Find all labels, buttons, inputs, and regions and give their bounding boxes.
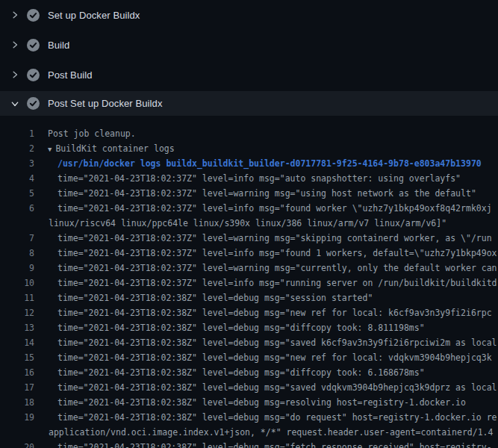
log-line-number[interactable]: 19	[0, 410, 34, 425]
log-line-number[interactable]: 16	[0, 365, 34, 380]
actions-log-viewer: Set up Docker Buildx Build Post Build	[0, 0, 498, 448]
log-text: linux/riscv64 linux/ppc64le linux/s390x …	[49, 216, 446, 231]
log-line: 2▼BuildKit container logs	[0, 141, 498, 156]
step-label: Set up Docker Buildx	[48, 10, 140, 21]
chevron-down-icon[interactable]	[10, 99, 19, 108]
log-text: time="2021-04-23T18:02:38Z" level=debug …	[57, 350, 492, 365]
log-line: 10time="2021-04-23T18:02:37Z" level=info…	[0, 276, 498, 290]
log-line-number[interactable]: 3	[0, 156, 34, 171]
log-line-number[interactable]: 10	[0, 276, 34, 290]
log-text: time="2021-04-23T18:02:38Z" level=debug …	[57, 440, 492, 448]
log-line: 6time="2021-04-23T18:02:37Z" level=info …	[0, 201, 498, 216]
log-line-number[interactable]: 12	[0, 305, 34, 320]
log-text: time="2021-04-23T18:02:38Z" level=debug …	[57, 305, 492, 320]
log-line: 15time="2021-04-23T18:02:38Z" level=debu…	[0, 350, 498, 365]
log-line: 14time="2021-04-23T18:02:38Z" level=debu…	[0, 335, 498, 350]
log-line: 8time="2021-04-23T18:02:37Z" level=info …	[0, 246, 498, 261]
log-line: 13time="2021-04-23T18:02:38Z" level=debu…	[0, 320, 498, 335]
log-line: 3/usr/bin/docker logs buildx_buildkit_bu…	[0, 156, 498, 171]
log-line-number[interactable]: 2	[0, 141, 34, 156]
log-line-number[interactable]: 4	[0, 171, 34, 186]
log-text: time="2021-04-23T18:02:37Z" level=info m…	[57, 171, 461, 186]
log-line-number[interactable]: 7	[0, 231, 34, 246]
chevron-right-icon[interactable]	[10, 40, 19, 49]
log-text: time="2021-04-23T18:02:37Z" level=warnin…	[57, 186, 476, 201]
step-row-post-setup-docker-buildx[interactable]: Post Set up Docker Buildx	[0, 91, 498, 116]
log-line-continuation: linux/riscv64 linux/ppc64le linux/s390x …	[0, 216, 498, 231]
log-line-number[interactable]: 8	[0, 246, 34, 261]
log-text: time="2021-04-23T18:02:38Z" level=debug …	[57, 335, 497, 350]
step-row-post-build[interactable]: Post Build	[0, 60, 498, 90]
log-text: time="2021-04-23T18:02:38Z" level=debug …	[57, 380, 497, 395]
log-command-text: /usr/bin/docker logs buildx_buildkit_bui…	[57, 156, 482, 171]
log-line: 20time="2021-04-23T18:02:38Z" level=debu…	[0, 440, 498, 448]
chevron-right-icon[interactable]	[10, 70, 19, 79]
log-line-number[interactable]: 15	[0, 350, 34, 365]
log-line: 11time="2021-04-23T18:02:38Z" level=debu…	[0, 290, 498, 305]
log-text: time="2021-04-23T18:02:37Z" level=info m…	[57, 276, 497, 290]
log-text: time="2021-04-23T18:02:37Z" level=info m…	[57, 201, 492, 216]
log-text: time="2021-04-23T18:02:37Z" level=warnin…	[57, 261, 497, 276]
log-text: time="2021-04-23T18:02:38Z" level=debug …	[57, 365, 425, 380]
log-line-number[interactable]: 5	[0, 186, 34, 201]
log-line: 7time="2021-04-23T18:02:37Z" level=warni…	[0, 231, 498, 246]
success-check-icon	[27, 39, 40, 52]
log-text: time="2021-04-23T18:02:38Z" level=debug …	[57, 290, 373, 305]
log-text: Post job cleanup.	[48, 126, 136, 141]
log-line-number[interactable]: 11	[0, 290, 34, 305]
log-line: 5time="2021-04-23T18:02:37Z" level=warni…	[0, 186, 498, 201]
log-text: application/vnd.oci.image.index.v1+json,…	[49, 425, 493, 440]
log-text: time="2021-04-23T18:02:38Z" level=debug …	[57, 410, 497, 425]
success-check-icon	[27, 97, 40, 110]
log-text: time="2021-04-23T18:02:38Z" level=debug …	[57, 395, 466, 410]
step-list: Set up Docker Buildx Build Post Build	[0, 0, 498, 116]
log-text: time="2021-04-23T18:02:37Z" level=warnin…	[57, 231, 492, 246]
step-label: Post Set up Docker Buildx	[48, 98, 163, 109]
log-text[interactable]: BuildKit container logs	[55, 141, 174, 156]
log-line-number[interactable]: 20	[0, 440, 34, 448]
log-line: 19time="2021-04-23T18:02:38Z" level=debu…	[0, 410, 498, 425]
step-row-setup-docker-buildx[interactable]: Set up Docker Buildx	[0, 0, 498, 30]
log-line-number[interactable]: 18	[0, 395, 34, 410]
log-line-continuation: application/vnd.oci.image.index.v1+json,…	[0, 425, 498, 440]
log-line-number[interactable]: 9	[0, 261, 34, 276]
log-line-number[interactable]: 17	[0, 380, 34, 395]
log-line: 9time="2021-04-23T18:02:37Z" level=warni…	[0, 261, 498, 276]
log-line-number[interactable]: 1	[0, 126, 34, 141]
step-label: Build	[48, 40, 69, 51]
log-output: 1Post job cleanup.2▼BuildKit container l…	[0, 116, 498, 448]
log-line: 4time="2021-04-23T18:02:37Z" level=info …	[0, 171, 498, 186]
log-text: time="2021-04-23T18:02:38Z" level=debug …	[57, 320, 425, 335]
log-line: 18time="2021-04-23T18:02:38Z" level=debu…	[0, 395, 498, 410]
log-line: 16time="2021-04-23T18:02:38Z" level=debu…	[0, 365, 498, 380]
success-check-icon	[27, 69, 40, 81]
log-line-number[interactable]: 13	[0, 320, 34, 335]
log-text: time="2021-04-23T18:02:37Z" level=info m…	[57, 246, 497, 261]
success-check-icon	[27, 9, 40, 22]
log-line-number[interactable]: 6	[0, 201, 34, 216]
log-line: 12time="2021-04-23T18:02:38Z" level=debu…	[0, 305, 498, 320]
log-line: 1Post job cleanup.	[0, 126, 498, 141]
log-line-number[interactable]: 14	[0, 335, 34, 350]
log-line: 17time="2021-04-23T18:02:38Z" level=debu…	[0, 380, 498, 395]
step-label: Post Build	[48, 69, 93, 81]
step-row-build[interactable]: Build	[0, 30, 498, 60]
group-expand-triangle-icon[interactable]: ▼	[48, 142, 52, 156]
chevron-right-icon[interactable]	[10, 10, 19, 19]
